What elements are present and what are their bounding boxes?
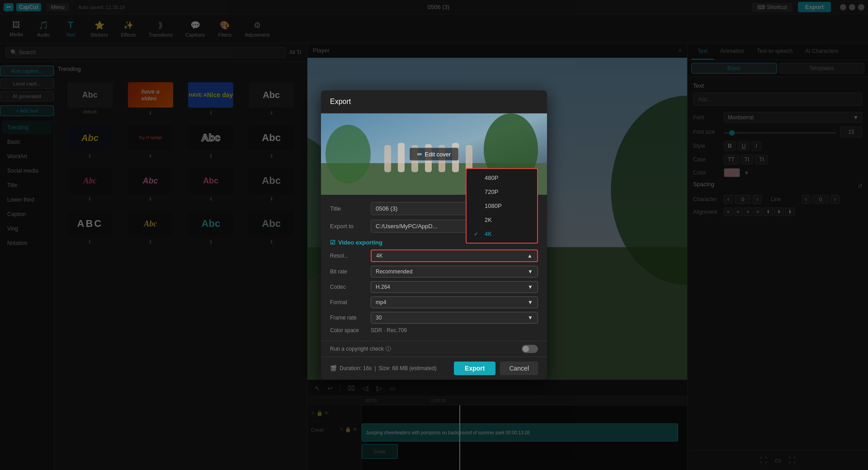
frame-rate-value: 30 xyxy=(376,315,382,321)
resolution-option-2k[interactable]: 2K xyxy=(467,213,537,227)
bit-rate-select[interactable]: Recommended ▼ xyxy=(371,266,538,277)
option-480p-label: 480P xyxy=(485,174,498,181)
resolution-select[interactable]: 4K ▲ xyxy=(371,249,538,262)
edit-cover-label: Edit cover xyxy=(425,151,451,158)
modal-body: ✏ Edit cover Title Export to 📁 ☑ xyxy=(321,113,547,357)
duration-label: Duration: 16s xyxy=(340,365,372,371)
copyright-row: Run a copyright check ⓘ xyxy=(321,341,547,357)
codec-select[interactable]: H.264 ▼ xyxy=(371,281,538,293)
frame-rate-label: Frame rate xyxy=(330,315,366,321)
format-field-row: Format mp4 ▼ xyxy=(330,296,538,308)
resolution-value: 4K xyxy=(376,253,383,259)
svg-point-7 xyxy=(326,125,371,183)
resolution-option-1080p[interactable]: 1080P xyxy=(467,199,537,213)
video-exporting-label: Video exporting xyxy=(338,239,382,246)
resolution-label: Resol... xyxy=(330,253,366,259)
codec-field-row: Codec H.264 ▼ xyxy=(330,281,538,293)
format-chevron-icon: ▼ xyxy=(528,299,533,306)
resolution-field-row: Resol... 4K ▲ xyxy=(330,249,538,262)
checkbox-icon: ☑ xyxy=(330,239,335,246)
resolution-chevron-icon: ▲ xyxy=(527,253,533,259)
bit-rate-chevron-icon: ▼ xyxy=(528,268,533,275)
color-space-value: SDR · Rec.709 xyxy=(371,327,407,334)
resolution-option-4k[interactable]: ✓ 4K xyxy=(467,227,537,241)
option-1080p-label: 1080P xyxy=(485,202,502,209)
toggle-dot xyxy=(523,346,529,352)
codec-label: Codec xyxy=(330,284,366,290)
bit-rate-label: Bit rate xyxy=(330,268,366,275)
modal-title: Export xyxy=(330,98,351,105)
size-label: Size: 68 MB (estimated) xyxy=(379,365,437,371)
frame-rate-select[interactable]: 30 ▼ xyxy=(371,312,538,324)
export-to-label: Export to xyxy=(330,223,366,230)
codec-value: H.264 xyxy=(376,284,390,290)
option-720p-label: 720P xyxy=(485,188,498,195)
format-value: mp4 xyxy=(376,299,386,306)
copyright-toggle[interactable] xyxy=(522,345,538,353)
modal-footer: 🎬 Duration: 16s | Size: 68 MB (estimated… xyxy=(321,357,547,380)
footer-info: 🎬 Duration: 16s | Size: 68 MB (estimated… xyxy=(330,365,437,371)
format-select[interactable]: mp4 ▼ xyxy=(371,296,538,308)
copyright-info-icon: ⓘ xyxy=(386,345,391,353)
export-modal: Export xyxy=(321,90,547,380)
frame-rate-chevron-icon: ▼ xyxy=(528,315,533,321)
color-space-label: Color space xyxy=(330,327,366,334)
option-2k-label: 2K xyxy=(485,216,492,223)
bit-rate-field-row: Bit rate Recommended ▼ xyxy=(330,266,538,277)
edit-cover-button[interactable]: ✏ Edit cover xyxy=(410,148,459,161)
modal-fields: Title Export to 📁 ☑ Video exporting xyxy=(321,195,547,341)
copyright-label: Run a copyright check xyxy=(330,346,384,352)
option-4k-label: 4K xyxy=(485,230,492,237)
modal-export-button[interactable]: Export xyxy=(454,362,495,375)
modal-cancel-button[interactable]: Cancel xyxy=(500,362,538,375)
codec-chevron-icon: ▼ xyxy=(528,284,533,290)
color-space-field-row: Color space SDR · Rec.709 xyxy=(330,327,538,334)
resolution-dropdown: 480P 720P 1080P xyxy=(466,168,538,244)
format-label: Format xyxy=(330,299,366,306)
edit-cover-icon: ✏ xyxy=(417,151,422,158)
resolution-option-480p[interactable]: 480P xyxy=(467,171,537,185)
frame-rate-field-row: Frame rate 30 ▼ xyxy=(330,312,538,324)
svg-rect-9 xyxy=(384,145,391,172)
film-icon: 🎬 xyxy=(330,365,337,371)
svg-rect-10 xyxy=(398,143,405,172)
resolution-section: Resol... 4K ▲ 480P xyxy=(330,249,538,262)
resolution-option-720p[interactable]: 720P xyxy=(467,185,537,199)
modal-overlay: Export xyxy=(0,0,868,470)
modal-header: Export xyxy=(321,90,547,113)
copyright-text: Run a copyright check ⓘ xyxy=(330,345,391,353)
title-field-label: Title xyxy=(330,205,366,212)
video-exporting-section: ☑ Video exporting Resol... 4K ▲ xyxy=(330,239,538,334)
footer-buttons: Export Cancel xyxy=(454,362,538,375)
bit-rate-value: Recommended xyxy=(376,268,412,275)
separator: | xyxy=(374,365,376,371)
